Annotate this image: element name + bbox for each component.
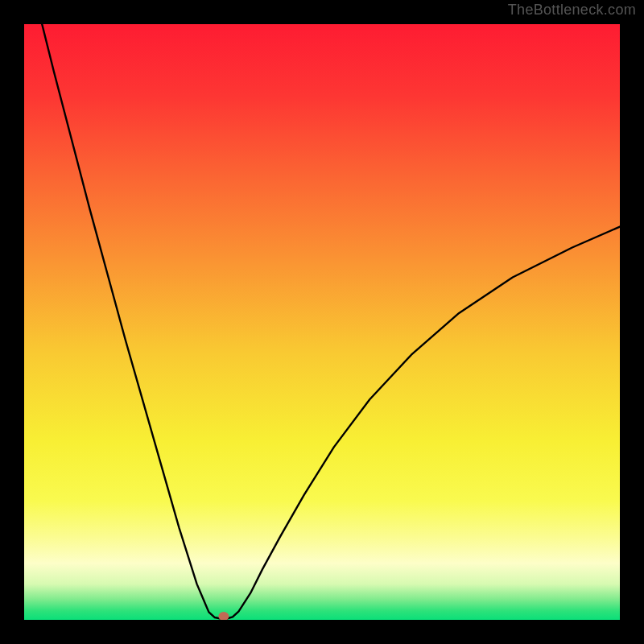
chart-svg <box>24 24 620 620</box>
plot-area <box>24 24 620 620</box>
watermark-text: TheBottleneck.com <box>508 2 636 19</box>
chart-container: TheBottleneck.com <box>0 0 644 644</box>
gradient-background <box>24 24 620 620</box>
